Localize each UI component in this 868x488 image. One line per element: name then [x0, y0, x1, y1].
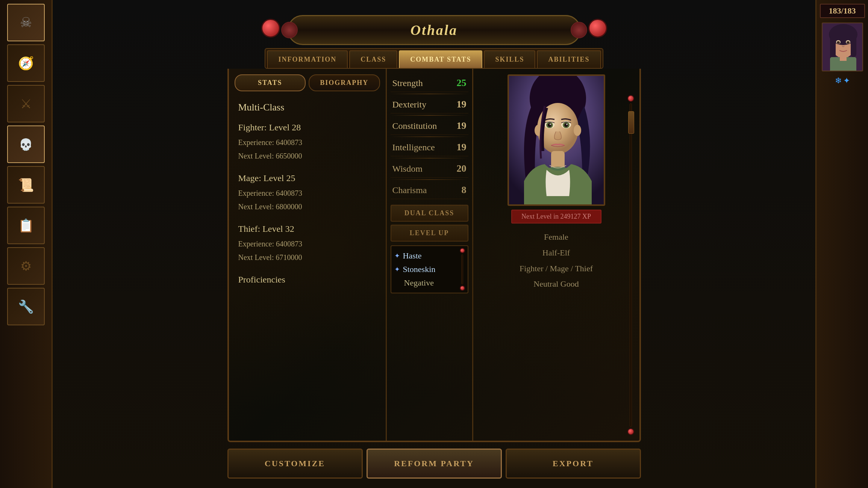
- sub-tabs: STATS BIOGRAPHY: [235, 74, 380, 91]
- sub-tab-stats[interactable]: STATS: [235, 74, 306, 91]
- middle-panel: Strength 25 Dexterity 19 Constitution 19…: [387, 69, 473, 441]
- char-race: Half-Elf: [520, 245, 593, 261]
- skull-icon: ☠: [20, 15, 32, 30]
- scrollbar[interactable]: [627, 95, 635, 435]
- svg-rect-10: [840, 56, 847, 61]
- svg-rect-4: [851, 35, 856, 57]
- tab-combat-stats[interactable]: COMBAT STATS: [399, 50, 482, 68]
- tab-skills[interactable]: SKILLS: [484, 50, 535, 68]
- charisma-label: Charisma: [392, 185, 427, 195]
- stat-sep-5: [391, 179, 468, 180]
- svg-point-8: [847, 41, 850, 44]
- mage-next: Next Level: 6800000: [238, 200, 376, 213]
- hp-value: 183: [829, 6, 841, 15]
- thief-name: Thief: Level 32: [238, 221, 376, 237]
- status-icons: ❄ ✦: [835, 76, 850, 86]
- left-sidebar: ☠ 🧭 ⚔ 💀 📜 📋 ⚙ 🔧: [0, 0, 53, 488]
- strength-label: Strength: [392, 78, 423, 88]
- thief-next: Next Level: 6710000: [238, 251, 376, 264]
- effects-scroll-track: [461, 254, 463, 284]
- dexterity-value: 19: [451, 99, 467, 110]
- hp-max: 183: [844, 6, 856, 15]
- reform-party-button[interactable]: REFORM PARTY: [367, 449, 502, 479]
- scroll-track: [630, 103, 632, 427]
- stat-row-strength: Strength 25: [391, 74, 468, 92]
- intelligence-label: Intelligence: [392, 142, 435, 153]
- effects-section: ✦ Haste ✦ Stoneskin Negative: [391, 245, 468, 293]
- gear2-icon: 🔧: [18, 299, 34, 314]
- compass-icon: 🧭: [18, 56, 34, 71]
- sidebar-btn-scroll[interactable]: 📜: [7, 166, 45, 204]
- sidebar-btn-gear[interactable]: ⚙: [7, 247, 45, 285]
- scroll-down-gem: [627, 428, 634, 435]
- effect-negative: Negative: [394, 276, 465, 290]
- level-up-button[interactable]: LEVEL UP: [391, 225, 468, 242]
- thief-block: Thief: Level 32 Experience: 6400873 Next…: [238, 221, 376, 264]
- sidebar-btn-skull2[interactable]: 💀: [7, 125, 45, 163]
- dexterity-label: Dexterity: [392, 100, 427, 110]
- stat-sep-1: [391, 94, 468, 94]
- portrait-svg: [509, 76, 605, 206]
- sidebar-btn-scroll2[interactable]: 📋: [7, 207, 45, 244]
- effect-haste: ✦ Haste: [394, 249, 465, 263]
- effects-scroll-down: [460, 286, 465, 291]
- sub-tab-biography[interactable]: BIOGRAPHY: [309, 74, 380, 91]
- char-class: Fighter / Mage / Thief: [520, 261, 593, 276]
- wisdom-value: 20: [451, 163, 467, 174]
- effects-scrollbar[interactable]: [459, 248, 465, 291]
- fighter-xp: Experience: 6400873: [238, 136, 376, 149]
- mage-block: Mage: Level 25 Experience: 6400873 Next …: [238, 170, 376, 213]
- svg-point-15: [574, 125, 581, 136]
- thief-xp: Experience: 6400873: [238, 237, 376, 251]
- scroll-up-gem: [627, 95, 634, 102]
- content-area: STATS BIOGRAPHY Multi-Class Fighter: Lev…: [227, 69, 641, 442]
- mage-name: Mage: Level 25: [238, 170, 376, 186]
- tab-class[interactable]: CLASS: [349, 50, 397, 68]
- sword-icon: ⚔: [20, 96, 32, 111]
- fighter-block: Fighter: Level 28 Experience: 6400873 Ne…: [238, 119, 376, 163]
- stoneskin-label: Stoneskin: [403, 264, 436, 274]
- right-panel: Next Level in 249127 XP Female Half-Elf …: [473, 69, 639, 441]
- constitution-label: Constitution: [392, 121, 437, 131]
- export-button[interactable]: EXPORT: [506, 449, 641, 479]
- mini-portrait-svg: [823, 23, 863, 71]
- dual-class-button[interactable]: DUAL CLASS: [391, 205, 468, 222]
- negative-label: Negative: [394, 278, 434, 288]
- charisma-value: 8: [451, 184, 467, 196]
- effects-scroll-up: [460, 248, 465, 253]
- mini-portrait[interactable]: [822, 23, 863, 71]
- action-buttons: DUAL CLASS LEVEL UP: [391, 205, 468, 242]
- mage-xp: Experience: 6400873: [238, 186, 376, 200]
- scroll-icon: 📜: [18, 177, 34, 192]
- svg-rect-3: [830, 35, 836, 61]
- tab-information[interactable]: INFORMATION: [267, 50, 348, 68]
- svg-point-7: [837, 41, 840, 44]
- bottom-bar: CUSTOMIZE REFORM PARTY EXPORT: [227, 447, 641, 480]
- stat-sep-3: [391, 136, 468, 137]
- character-details: Female Half-Elf Fighter / Mage / Thief N…: [520, 229, 593, 292]
- customize-button[interactable]: CUSTOMIZE: [227, 449, 363, 479]
- stat-row-intelligence: Intelligence 19: [391, 139, 468, 156]
- sidebar-btn-gear2[interactable]: 🔧: [7, 288, 45, 325]
- proficiencies-label: Proficiencies: [238, 272, 376, 288]
- fighter-name: Fighter: Level 28: [238, 119, 376, 136]
- sidebar-btn-skull[interactable]: ☠: [7, 4, 45, 41]
- strength-value: 25: [451, 77, 467, 89]
- tab-abilities[interactable]: ABILITIES: [537, 50, 601, 68]
- character-name: Othala: [411, 22, 458, 38]
- sidebar-btn-compass[interactable]: 🧭: [7, 44, 45, 82]
- top-section: Othala: [261, 8, 607, 45]
- char-alignment: Neutral Good: [520, 276, 593, 292]
- sidebar-btn-sword[interactable]: ⚔: [7, 85, 45, 122]
- right-gem: [588, 19, 607, 38]
- stoneskin-icon: ✦: [394, 265, 400, 273]
- hp-display: 183/183: [820, 4, 865, 18]
- next-level-text: Next Level in 249127 XP: [521, 213, 591, 220]
- left-gem: [261, 19, 280, 38]
- portrait-frame: [507, 74, 605, 206]
- char-gender: Female: [520, 229, 593, 245]
- scroll-thumb[interactable]: [628, 111, 634, 134]
- status-icon-snowflake: ❄: [835, 76, 842, 86]
- svg-point-23: [566, 124, 568, 125]
- left-panel: STATS BIOGRAPHY Multi-Class Fighter: Lev…: [229, 69, 387, 441]
